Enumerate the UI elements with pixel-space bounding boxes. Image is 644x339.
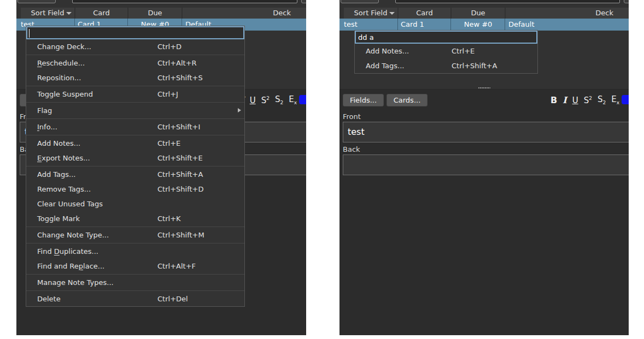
menu-item-label: Clear Unused Tags	[37, 197, 103, 211]
menu-item[interactable]: Change Deck...Ctrl+D	[26, 39, 244, 54]
menu-search-input[interactable]: dd a	[355, 31, 537, 44]
menu-item-label: Manage Note Types...	[37, 275, 114, 290]
column-header-card[interactable]: Card	[399, 8, 450, 19]
column-header-label: Sort Field	[31, 9, 65, 17]
search-bar-button-fragment[interactable]	[17, 0, 56, 3]
menu-separator	[26, 290, 244, 291]
menu-item[interactable]: Find Duplicates...	[26, 244, 244, 259]
menu-item[interactable]: Find and Replace...Ctrl+Alt+F	[26, 259, 244, 273]
column-header-card[interactable]: Card	[75, 8, 127, 19]
column-header-due[interactable]: Due	[452, 8, 505, 19]
bold-icon[interactable]: B	[551, 96, 557, 105]
menu-item[interactable]: DeleteCtrl+Del	[26, 292, 244, 306]
menu-items: Add Notes...Ctrl+EAdd Tags...Ctrl+Shift+…	[355, 44, 537, 73]
menu-item-shortcut: Ctrl+J	[157, 87, 178, 102]
column-header-due[interactable]: Due	[128, 8, 182, 19]
column-divider	[450, 19, 451, 31]
search-bar-input-fragment[interactable]	[72, 0, 297, 3]
menu-item[interactable]: Change Note Type...Ctrl+Shift+M	[26, 228, 244, 242]
menu-item[interactable]: Info...Ctrl+Shift+I	[26, 120, 244, 134]
text-caret	[29, 29, 30, 38]
menu-item[interactable]: Add Notes...Ctrl+E	[26, 136, 244, 151]
sort-indicator-icon	[389, 12, 395, 15]
subscript-icon[interactable]: S2	[275, 96, 283, 105]
front-field-input[interactable]: test	[343, 122, 629, 142]
search-bar-button-fragment[interactable]	[341, 0, 379, 3]
text-color-swatch[interactable]	[622, 95, 629, 104]
note-editor: Fields... Cards... BIUS2S2Ex Front test …	[339, 89, 629, 335]
menu-item-shortcut: Ctrl+Shift+I	[157, 120, 200, 134]
menu-item-shortcut: Ctrl+Shift+A	[452, 58, 497, 73]
menu-item[interactable]: Reschedule...Ctrl+Alt+R	[26, 56, 244, 70]
italic-icon[interactable]: I	[563, 96, 566, 105]
splitter-handle[interactable]	[478, 87, 490, 88]
menu-item-shortcut: Ctrl+Shift+D	[157, 182, 203, 197]
menu-separator	[26, 118, 244, 119]
menu-item-shortcut: Ctrl+Shift+M	[157, 228, 204, 242]
menu-item-label: Add Notes...	[366, 44, 409, 58]
menu-item[interactable]: Toggle SuspendCtrl+J	[26, 87, 244, 102]
subscript-icon[interactable]: S2	[598, 96, 606, 105]
menu-item-shortcut: Ctrl+E	[452, 44, 475, 58]
search-bar-right-fragment[interactable]	[301, 0, 306, 3]
cell-card: Card 1	[401, 19, 424, 31]
menu-item-shortcut: Ctrl+E	[157, 136, 180, 151]
menu-item[interactable]: Manage Note Types...	[26, 275, 244, 290]
menu-separator	[26, 227, 244, 227]
column-header-label: Sort Field	[354, 9, 388, 17]
remove-formatting-icon[interactable]: Ex	[289, 96, 297, 105]
menu-item[interactable]: Add Tags...Ctrl+Shift+A	[26, 167, 244, 182]
menu-item-shortcut: Ctrl+Alt+F	[157, 259, 196, 273]
menu-item-label: Export Notes...	[37, 151, 90, 165]
column-header-deck[interactable]: Deck	[183, 8, 306, 19]
text-color-swatch[interactable]	[299, 95, 306, 104]
menu-separator	[26, 274, 244, 275]
menu-item[interactable]: Clear Unused Tags	[26, 197, 244, 211]
submenu-arrow-icon	[238, 108, 241, 112]
column-header-sort-field[interactable]: Sort Field	[21, 8, 74, 19]
column-divider	[397, 19, 398, 31]
back-field-label: Back	[343, 145, 360, 153]
column-header-deck[interactable]: Deck	[506, 8, 629, 19]
menu-search-input[interactable]	[26, 26, 244, 39]
search-bar-right-fragment[interactable]	[624, 0, 629, 3]
menu-item-label: Toggle Mark	[37, 211, 80, 226]
menu-item-label: Flag	[37, 103, 52, 118]
selected-card-row[interactable]: test Card 1 New #0 Default	[339, 19, 629, 31]
fields-button[interactable]: Fields...	[343, 94, 384, 106]
back-field-input[interactable]	[343, 154, 629, 175]
menu-separator	[26, 86, 244, 86]
superscript-icon[interactable]: S2	[261, 96, 270, 105]
menu-item[interactable]: Export Notes...Ctrl+Shift+E	[26, 151, 244, 165]
menu-item-shortcut: Ctrl+Shift+A	[157, 167, 203, 182]
column-divider	[505, 19, 505, 31]
underline-icon[interactable]: U	[572, 97, 578, 105]
column-header-sort-field[interactable]: Sort Field	[344, 8, 397, 19]
menu-item[interactable]: Flag	[26, 103, 244, 118]
front-field-label: Front	[343, 112, 361, 121]
menu-separator	[26, 55, 244, 55]
cards-button[interactable]: Cards...	[387, 94, 428, 106]
menu-item-label: Add Notes...	[37, 136, 80, 151]
menu-item[interactable]: Add Tags...Ctrl+Shift+A	[355, 58, 537, 73]
menu-item[interactable]: Remove Tags...Ctrl+Shift+D	[26, 182, 244, 197]
menu-item-label: Change Deck...	[37, 39, 91, 54]
cell-sort-field: test	[344, 19, 358, 31]
search-bar-input-fragment[interactable]	[395, 0, 620, 3]
menu-item-label: Add Tags...	[37, 167, 75, 182]
remove-formatting-icon[interactable]: Ex	[611, 96, 619, 105]
superscript-icon[interactable]: S2	[584, 96, 592, 105]
menu-item[interactable]: Toggle MarkCtrl+K	[26, 211, 244, 226]
menu-item-label: Info...	[37, 120, 57, 134]
underline-icon[interactable]: U	[250, 97, 256, 105]
menu-item-label: Add Tags...	[366, 58, 404, 73]
menu-item-label: Toggle Suspend	[37, 87, 93, 102]
menu-item[interactable]: Reposition...Ctrl+Shift+S	[26, 70, 244, 85]
menu-separator	[26, 102, 244, 103]
menu-items: Change Deck...Ctrl+DReschedule...Ctrl+Al…	[26, 39, 244, 306]
sort-indicator-icon	[66, 12, 72, 15]
menu-item-label: Change Note Type...	[37, 228, 109, 242]
menu-item-label: Find and Replace...	[37, 259, 104, 273]
menu-item[interactable]: Add Notes...Ctrl+E	[355, 44, 537, 58]
menu-item-shortcut: Ctrl+K	[157, 211, 181, 226]
